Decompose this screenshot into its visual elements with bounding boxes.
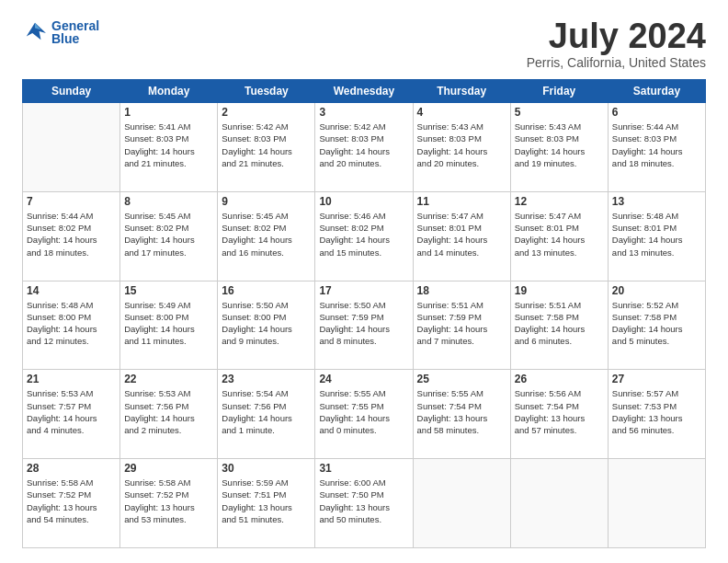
day-info: Sunrise: 5:59 AM Sunset: 7:51 PM Dayligh… xyxy=(222,477,311,525)
day-number: 9 xyxy=(222,195,311,208)
day-info: Sunrise: 5:53 AM Sunset: 7:56 PM Dayligh… xyxy=(124,387,213,436)
day-number: 12 xyxy=(515,195,604,208)
calendar-cell: 31Sunrise: 6:00 AM Sunset: 7:50 PM Dayli… xyxy=(315,459,413,548)
day-number: 29 xyxy=(124,462,213,475)
day-number: 7 xyxy=(27,195,116,208)
day-number: 30 xyxy=(222,462,311,475)
calendar-cell: 1Sunrise: 5:41 AM Sunset: 8:03 PM Daylig… xyxy=(120,103,218,192)
calendar-cell: 27Sunrise: 5:57 AM Sunset: 7:53 PM Dayli… xyxy=(608,370,705,459)
day-number: 26 xyxy=(515,373,604,385)
page: General Blue July 2024 Perris, Californi… xyxy=(0,0,728,563)
day-info: Sunrise: 5:51 AM Sunset: 7:59 PM Dayligh… xyxy=(417,299,506,348)
calendar-header-tuesday: Tuesday xyxy=(218,80,315,103)
calendar-header-monday: Monday xyxy=(120,80,218,103)
calendar-week-row: 7Sunrise: 5:44 AM Sunset: 8:02 PM Daylig… xyxy=(23,191,706,281)
calendar-cell xyxy=(23,103,120,192)
day-info: Sunrise: 5:58 AM Sunset: 7:52 PM Dayligh… xyxy=(27,477,116,525)
day-number: 22 xyxy=(124,373,213,385)
calendar-cell: 22Sunrise: 5:53 AM Sunset: 7:56 PM Dayli… xyxy=(120,370,218,459)
calendar-header-sunday: Sunday xyxy=(23,80,120,103)
calendar-header-wednesday: Wednesday xyxy=(315,80,413,103)
calendar-header-friday: Friday xyxy=(510,80,608,103)
day-number: 8 xyxy=(124,195,213,208)
calendar-week-row: 28Sunrise: 5:58 AM Sunset: 7:52 PM Dayli… xyxy=(23,459,706,548)
day-info: Sunrise: 5:44 AM Sunset: 8:03 PM Dayligh… xyxy=(612,121,701,169)
day-number: 17 xyxy=(319,284,408,297)
calendar-cell: 9Sunrise: 5:45 AM Sunset: 8:02 PM Daylig… xyxy=(218,191,315,281)
day-number: 15 xyxy=(124,284,213,297)
day-info: Sunrise: 5:47 AM Sunset: 8:01 PM Dayligh… xyxy=(417,210,506,259)
calendar-cell: 29Sunrise: 5:58 AM Sunset: 7:52 PM Dayli… xyxy=(120,459,218,548)
day-info: Sunrise: 5:46 AM Sunset: 8:02 PM Dayligh… xyxy=(319,210,408,259)
day-info: Sunrise: 5:52 AM Sunset: 7:58 PM Dayligh… xyxy=(612,299,701,348)
day-number: 19 xyxy=(515,284,604,297)
calendar-cell: 6Sunrise: 5:44 AM Sunset: 8:03 PM Daylig… xyxy=(608,103,705,192)
title-block: July 2024 Perris, California, United Sta… xyxy=(527,18,706,70)
day-info: Sunrise: 5:49 AM Sunset: 8:00 PM Dayligh… xyxy=(124,299,213,348)
calendar-cell: 25Sunrise: 5:55 AM Sunset: 7:54 PM Dayli… xyxy=(413,370,510,459)
day-info: Sunrise: 5:48 AM Sunset: 8:01 PM Dayligh… xyxy=(612,210,701,259)
day-info: Sunrise: 5:45 AM Sunset: 8:02 PM Dayligh… xyxy=(222,210,311,259)
calendar-cell: 3Sunrise: 5:42 AM Sunset: 8:03 PM Daylig… xyxy=(315,103,413,192)
calendar-cell xyxy=(413,459,510,548)
day-number: 27 xyxy=(612,373,701,385)
calendar-cell: 21Sunrise: 5:53 AM Sunset: 7:57 PM Dayli… xyxy=(23,370,120,459)
calendar-cell: 19Sunrise: 5:51 AM Sunset: 7:58 PM Dayli… xyxy=(510,281,608,370)
day-info: Sunrise: 5:50 AM Sunset: 8:00 PM Dayligh… xyxy=(222,299,311,348)
day-number: 11 xyxy=(417,195,506,208)
calendar-cell: 17Sunrise: 5:50 AM Sunset: 7:59 PM Dayli… xyxy=(315,281,413,370)
calendar-week-row: 21Sunrise: 5:53 AM Sunset: 7:57 PM Dayli… xyxy=(23,370,706,459)
day-info: Sunrise: 5:56 AM Sunset: 7:54 PM Dayligh… xyxy=(515,387,604,436)
calendar-cell: 7Sunrise: 5:44 AM Sunset: 8:02 PM Daylig… xyxy=(23,191,120,281)
day-info: Sunrise: 5:48 AM Sunset: 8:00 PM Dayligh… xyxy=(27,299,116,348)
day-info: Sunrise: 5:55 AM Sunset: 7:54 PM Dayligh… xyxy=(417,387,506,436)
calendar-cell: 16Sunrise: 5:50 AM Sunset: 8:00 PM Dayli… xyxy=(218,281,315,370)
calendar-cell: 20Sunrise: 5:52 AM Sunset: 7:58 PM Dayli… xyxy=(608,281,705,370)
day-number: 5 xyxy=(515,106,604,119)
day-info: Sunrise: 5:47 AM Sunset: 8:01 PM Dayligh… xyxy=(515,210,604,259)
calendar-cell: 26Sunrise: 5:56 AM Sunset: 7:54 PM Dayli… xyxy=(510,370,608,459)
calendar-cell: 2Sunrise: 5:42 AM Sunset: 8:03 PM Daylig… xyxy=(218,103,315,192)
calendar-cell: 18Sunrise: 5:51 AM Sunset: 7:59 PM Dayli… xyxy=(413,281,510,370)
day-info: Sunrise: 5:53 AM Sunset: 7:57 PM Dayligh… xyxy=(27,387,116,436)
day-info: Sunrise: 5:41 AM Sunset: 8:03 PM Dayligh… xyxy=(124,121,213,169)
day-number: 25 xyxy=(417,373,506,385)
logo-bird-icon xyxy=(22,21,48,43)
header: General Blue July 2024 Perris, Californi… xyxy=(22,18,706,70)
day-info: Sunrise: 5:43 AM Sunset: 8:03 PM Dayligh… xyxy=(417,121,506,169)
calendar-cell: 5Sunrise: 5:43 AM Sunset: 8:03 PM Daylig… xyxy=(510,103,608,192)
day-info: Sunrise: 5:58 AM Sunset: 7:52 PM Dayligh… xyxy=(124,477,213,525)
day-info: Sunrise: 5:45 AM Sunset: 8:02 PM Dayligh… xyxy=(124,210,213,259)
day-number: 24 xyxy=(319,373,408,385)
calendar-cell: 28Sunrise: 5:58 AM Sunset: 7:52 PM Dayli… xyxy=(23,459,120,548)
day-info: Sunrise: 5:51 AM Sunset: 7:58 PM Dayligh… xyxy=(515,299,604,348)
calendar-cell: 15Sunrise: 5:49 AM Sunset: 8:00 PM Dayli… xyxy=(120,281,218,370)
calendar-cell: 23Sunrise: 5:54 AM Sunset: 7:56 PM Dayli… xyxy=(218,370,315,459)
calendar-cell: 30Sunrise: 5:59 AM Sunset: 7:51 PM Dayli… xyxy=(218,459,315,548)
calendar-cell: 8Sunrise: 5:45 AM Sunset: 8:02 PM Daylig… xyxy=(120,191,218,281)
day-info: Sunrise: 5:42 AM Sunset: 8:03 PM Dayligh… xyxy=(319,121,408,169)
page-title: July 2024 xyxy=(527,18,706,53)
day-number: 23 xyxy=(222,373,311,385)
day-info: Sunrise: 5:54 AM Sunset: 7:56 PM Dayligh… xyxy=(222,387,311,436)
calendar-header-row: SundayMondayTuesdayWednesdayThursdayFrid… xyxy=(23,80,706,103)
day-info: Sunrise: 5:55 AM Sunset: 7:55 PM Dayligh… xyxy=(319,387,408,436)
day-info: Sunrise: 6:00 AM Sunset: 7:50 PM Dayligh… xyxy=(319,477,408,525)
day-number: 31 xyxy=(319,462,408,475)
calendar-cell: 11Sunrise: 5:47 AM Sunset: 8:01 PM Dayli… xyxy=(413,191,510,281)
day-number: 10 xyxy=(319,195,408,208)
calendar-week-row: 1Sunrise: 5:41 AM Sunset: 8:03 PM Daylig… xyxy=(23,103,706,192)
day-number: 1 xyxy=(124,106,213,119)
day-number: 14 xyxy=(27,284,116,297)
logo: General Blue xyxy=(22,18,99,46)
calendar-cell: 24Sunrise: 5:55 AM Sunset: 7:55 PM Dayli… xyxy=(315,370,413,459)
calendar-cell xyxy=(510,459,608,548)
calendar-cell: 4Sunrise: 5:43 AM Sunset: 8:03 PM Daylig… xyxy=(413,103,510,192)
calendar-cell: 14Sunrise: 5:48 AM Sunset: 8:00 PM Dayli… xyxy=(23,281,120,370)
calendar-table: SundayMondayTuesdayWednesdayThursdayFrid… xyxy=(22,79,706,548)
calendar-cell: 13Sunrise: 5:48 AM Sunset: 8:01 PM Dayli… xyxy=(608,191,705,281)
calendar-week-row: 14Sunrise: 5:48 AM Sunset: 8:00 PM Dayli… xyxy=(23,281,706,370)
day-info: Sunrise: 5:43 AM Sunset: 8:03 PM Dayligh… xyxy=(515,121,604,169)
day-info: Sunrise: 5:42 AM Sunset: 8:03 PM Dayligh… xyxy=(222,121,311,169)
calendar-cell: 12Sunrise: 5:47 AM Sunset: 8:01 PM Dayli… xyxy=(510,191,608,281)
